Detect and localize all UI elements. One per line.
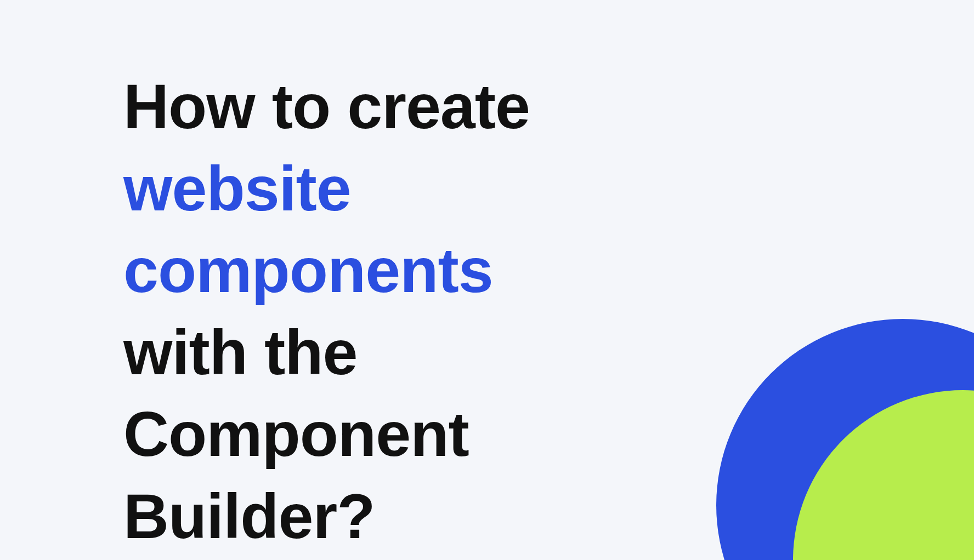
heading-highlight: website components xyxy=(123,153,493,306)
heading-line-3: with the xyxy=(123,317,357,387)
main-heading: How to create website components with th… xyxy=(123,66,727,557)
heading-line-4: Component xyxy=(123,399,469,469)
heading-container: How to create website components with th… xyxy=(123,66,727,557)
heading-line-5: Builder? xyxy=(123,481,375,551)
heading-line-1: How to create xyxy=(123,71,530,141)
